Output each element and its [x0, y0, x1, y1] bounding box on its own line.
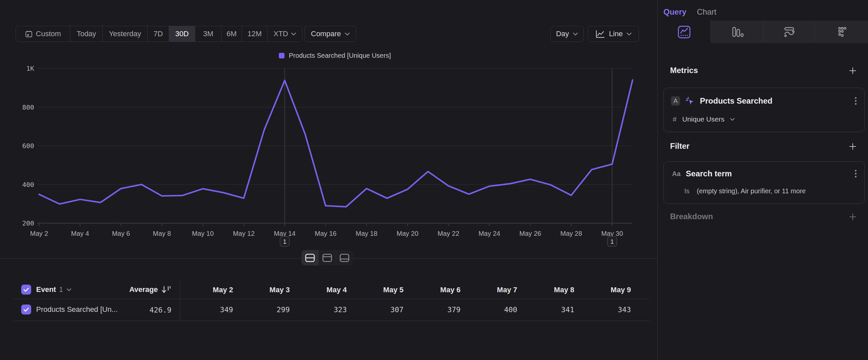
chevron-down-icon: [345, 32, 350, 35]
svg-text:1K: 1K: [26, 64, 34, 73]
range-custom[interactable]: Custom: [16, 26, 70, 41]
query-sidebar: Query Chart: [658, 0, 868, 360]
svg-text:May 4: May 4: [71, 230, 89, 237]
tab-bar-chart[interactable]: [711, 21, 763, 43]
granularity-label: Day: [556, 30, 569, 38]
svg-text:600: 600: [22, 142, 34, 150]
svg-text:May 12: May 12: [233, 230, 255, 237]
range-7d[interactable]: 7D: [147, 26, 169, 41]
metric-letter-badge: A: [671, 96, 680, 106]
svg-text:May 30: May 30: [601, 230, 623, 237]
table-row-separator: [13, 299, 650, 299]
view-toggle-group: [301, 250, 353, 265]
metric-card[interactable]: A Products Searched # Unique Users: [663, 88, 865, 132]
event-count: 1: [59, 285, 63, 294]
chart-type-label: Line: [609, 30, 623, 38]
line-chart-plot[interactable]: 1K800600400200May 2May 4May 6May 8May 10…: [0, 47, 656, 259]
cell-value-may-7: 400: [464, 306, 517, 314]
event-column-header: Event: [36, 285, 56, 294]
column-header-may-6[interactable]: May 6: [407, 286, 461, 294]
range-xtd[interactable]: XTD: [267, 26, 302, 41]
cell-value-may-2: 349: [180, 306, 233, 314]
filter-value[interactable]: (empty string), Air purifier, or 11 more: [697, 187, 806, 195]
kebab-menu-icon[interactable]: [855, 96, 857, 106]
chevron-down-icon[interactable]: [67, 288, 71, 291]
calendar-icon: [25, 30, 33, 38]
svg-text:May 20: May 20: [397, 230, 418, 237]
bar-chart-icon: [730, 25, 744, 39]
svg-text:May 22: May 22: [438, 230, 460, 237]
table-column-separator: [180, 281, 180, 321]
tab-insights[interactable]: [658, 21, 711, 43]
row-average-value: 426.9: [150, 305, 172, 314]
filter-operator[interactable]: Is: [684, 187, 690, 195]
range-6m[interactable]: 6M: [221, 26, 242, 41]
cell-value-may-8: 341: [521, 306, 574, 314]
svg-text:1: 1: [610, 238, 614, 245]
compare-label: Compare: [311, 30, 341, 38]
svg-text:May 6: May 6: [112, 230, 130, 237]
svg-text:May 16: May 16: [315, 230, 337, 237]
svg-text:200: 200: [22, 219, 34, 227]
filter-heading: Filter: [670, 141, 690, 151]
chevron-down-icon[interactable]: [730, 118, 735, 121]
svg-text:May 26: May 26: [520, 230, 541, 237]
svg-text:May 2: May 2: [30, 230, 48, 237]
column-header-may-3[interactable]: May 3: [237, 286, 290, 294]
column-header-may-5[interactable]: May 5: [350, 286, 403, 294]
text-property-icon: Aa: [672, 170, 681, 178]
cell-value-may-3: 299: [237, 306, 290, 314]
average-column-header[interactable]: Average: [129, 285, 172, 295]
kebab-menu-icon[interactable]: [855, 169, 857, 178]
main-sidebar-divider: [657, 0, 658, 360]
breakdown-heading: Breakdown: [670, 212, 713, 221]
tab-chart[interactable]: Chart: [697, 7, 716, 17]
compare-button[interactable]: Compare: [304, 26, 356, 42]
view-toggle-chart-only[interactable]: [318, 250, 336, 265]
add-metric-button[interactable]: [848, 66, 857, 75]
column-header-may-9[interactable]: May 9: [578, 286, 631, 294]
filter-card[interactable]: Aa Search term Is (empty string), Air pu…: [663, 161, 865, 204]
sort-descending-icon[interactable]: [161, 285, 172, 294]
range-yesterday[interactable]: Yesterday: [102, 26, 147, 41]
view-toggle-split[interactable]: [301, 250, 318, 265]
svg-text:May 10: May 10: [192, 230, 214, 237]
chart-type-tab-strip: [658, 21, 868, 43]
aggregation-dropdown[interactable]: Unique Users: [682, 115, 724, 123]
row-checkbox[interactable]: [21, 305, 31, 314]
tab-flows[interactable]: [763, 21, 816, 43]
svg-text:800: 800: [22, 103, 34, 111]
add-filter-button[interactable]: [848, 142, 857, 151]
metric-name: Products Searched: [700, 96, 773, 106]
metrics-heading: Metrics: [670, 66, 698, 75]
column-header-may-4[interactable]: May 4: [294, 286, 347, 294]
column-header-may-2[interactable]: May 2: [180, 286, 233, 294]
column-header-may-8[interactable]: May 8: [521, 286, 574, 294]
cell-value-may-9: 343: [578, 306, 631, 314]
average-label: Average: [129, 285, 158, 294]
table-header-left: Event 1: [21, 285, 71, 295]
analytics-app: CustomTodayYesterday7D30D3M6M12MXTD Comp…: [0, 0, 868, 360]
table-row-left: Products Searched [Un...: [21, 305, 118, 314]
range-today[interactable]: Today: [70, 26, 102, 41]
retention-dots-icon: [835, 25, 849, 39]
filter-property-name: Search term: [686, 169, 732, 178]
add-breakdown-button[interactable]: [848, 213, 857, 221]
tab-query[interactable]: Query: [663, 7, 686, 17]
granularity-dropdown[interactable]: Day: [550, 26, 584, 42]
range-3m[interactable]: 3M: [195, 26, 221, 41]
row-series-name: Products Searched [Un...: [36, 305, 118, 314]
table-row-separator: [13, 321, 650, 321]
chart-type-dropdown[interactable]: Line: [588, 26, 639, 42]
svg-text:May 8: May 8: [153, 230, 171, 237]
range-30d[interactable]: 30D: [169, 26, 195, 41]
tab-retention[interactable]: [816, 21, 868, 43]
range-12m[interactable]: 12M: [242, 26, 267, 41]
view-toggle-table-only[interactable]: [336, 250, 353, 265]
svg-text:May 24: May 24: [478, 230, 500, 237]
cell-value-may-5: 307: [350, 306, 403, 314]
column-header-may-7[interactable]: May 7: [464, 286, 517, 294]
date-range-segmented: CustomTodayYesterday7D30D3M6M12MXTD: [16, 26, 302, 42]
chevron-down-icon: [627, 32, 631, 35]
select-all-checkbox[interactable]: [21, 285, 31, 295]
